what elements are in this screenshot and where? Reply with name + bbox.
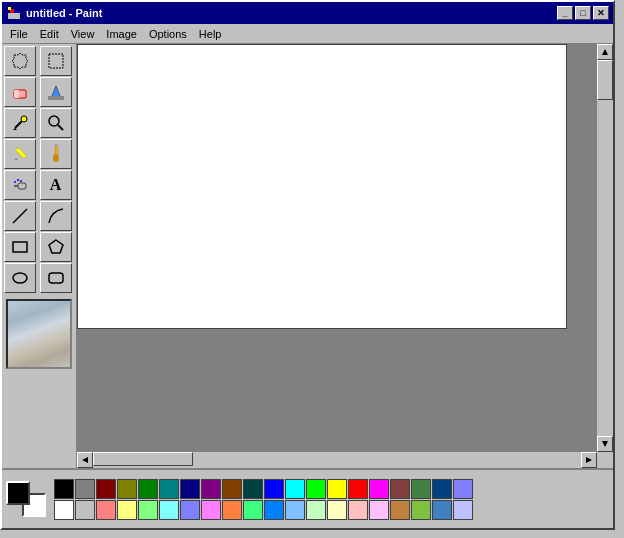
scroll-track-h[interactable] xyxy=(93,452,581,468)
color-swatch-4[interactable] xyxy=(138,479,158,499)
tool-curve[interactable] xyxy=(40,201,72,231)
color-swatch-37[interactable] xyxy=(411,500,431,520)
tool-rounded-rect[interactable] xyxy=(40,263,72,293)
scroll-up-button[interactable] xyxy=(597,44,613,60)
color-swatch-1[interactable] xyxy=(75,479,95,499)
svg-rect-16 xyxy=(55,146,58,155)
color-swatch-18[interactable] xyxy=(432,479,452,499)
color-swatch-19[interactable] xyxy=(453,479,473,499)
menu-image[interactable]: Image xyxy=(100,26,143,42)
svg-marker-26 xyxy=(49,240,63,253)
main-window: untitled - Paint _ □ ✕ File Edit View Im… xyxy=(0,0,615,530)
tool-line[interactable] xyxy=(4,201,36,231)
svg-rect-28 xyxy=(49,273,63,283)
svg-rect-0 xyxy=(8,13,20,19)
color-palette xyxy=(54,479,473,520)
color-swatch-34[interactable] xyxy=(348,500,368,520)
vertical-scrollbar xyxy=(597,44,613,452)
menu-file[interactable]: File xyxy=(4,26,34,42)
scroll-left-button[interactable] xyxy=(77,452,93,468)
tool-dropper[interactable] xyxy=(4,108,36,138)
tool-text[interactable]: A xyxy=(40,170,72,200)
tool-brush[interactable] xyxy=(40,139,72,169)
svg-marker-15 xyxy=(14,158,18,160)
svg-marker-31 xyxy=(82,457,88,463)
color-swatch-21[interactable] xyxy=(75,500,95,520)
horizontal-scrollbar xyxy=(77,452,597,468)
color-swatch-26[interactable] xyxy=(180,500,200,520)
color-swatch-27[interactable] xyxy=(201,500,221,520)
color-swatch-12[interactable] xyxy=(306,479,326,499)
color-swatch-22[interactable] xyxy=(96,500,116,520)
drawing-canvas[interactable] xyxy=(77,44,567,329)
canvas-wrapper xyxy=(77,44,613,468)
menu-edit[interactable]: Edit xyxy=(34,26,65,42)
svg-point-23 xyxy=(20,180,22,182)
close-button[interactable]: ✕ xyxy=(593,6,609,20)
color-swatch-8[interactable] xyxy=(222,479,242,499)
color-swatch-6[interactable] xyxy=(180,479,200,499)
scroll-down-button[interactable] xyxy=(597,436,613,452)
color-swatch-9[interactable] xyxy=(243,479,263,499)
tool-magnify[interactable] xyxy=(40,108,72,138)
color-swatch-31[interactable] xyxy=(285,500,305,520)
tool-free-select[interactable] xyxy=(4,46,36,76)
color-swatch-38[interactable] xyxy=(432,500,452,520)
scroll-right-button[interactable] xyxy=(581,452,597,468)
svg-rect-5 xyxy=(49,54,63,68)
color-swatch-13[interactable] xyxy=(327,479,347,499)
tool-eraser[interactable] xyxy=(4,77,36,107)
foreground-color-box[interactable] xyxy=(6,481,30,505)
color-swatch-25[interactable] xyxy=(159,500,179,520)
color-swatch-28[interactable] xyxy=(222,500,242,520)
color-swatch-36[interactable] xyxy=(390,500,410,520)
color-swatch-33[interactable] xyxy=(327,500,347,520)
color-swatch-17[interactable] xyxy=(411,479,431,499)
scroll-thumb-h[interactable] xyxy=(93,452,193,466)
tool-rect-select[interactable] xyxy=(40,46,72,76)
svg-marker-29 xyxy=(602,49,608,55)
menu-bar: File Edit View Image Options Help xyxy=(2,24,613,44)
color-swatch-11[interactable] xyxy=(285,479,305,499)
tool-polygon[interactable] xyxy=(40,232,72,262)
color-swatch-30[interactable] xyxy=(264,500,284,520)
color-swatch-2[interactable] xyxy=(96,479,116,499)
inner-canvas xyxy=(77,44,597,452)
tool-pencil[interactable] xyxy=(4,139,36,169)
tool-rectangle[interactable] xyxy=(4,232,36,262)
maximize-button[interactable]: □ xyxy=(575,6,591,20)
minimize-button[interactable]: _ xyxy=(557,6,573,20)
title-bar: untitled - Paint _ □ ✕ xyxy=(2,2,613,24)
app-icon xyxy=(6,5,22,21)
tool-ellipse[interactable] xyxy=(4,263,36,293)
color-swatch-0[interactable] xyxy=(54,479,74,499)
color-swatch-14[interactable] xyxy=(348,479,368,499)
color-swatch-39[interactable] xyxy=(453,500,473,520)
color-swatch-23[interactable] xyxy=(117,500,137,520)
scroll-thumb-v[interactable] xyxy=(597,60,613,100)
scroll-track-v[interactable] xyxy=(597,60,613,436)
svg-point-27 xyxy=(13,273,27,283)
tool-fill[interactable] xyxy=(40,77,72,107)
color-swatch-32[interactable] xyxy=(306,500,326,520)
color-swatch-24[interactable] xyxy=(138,500,158,520)
color-swatch-20[interactable] xyxy=(54,500,74,520)
color-swatch-5[interactable] xyxy=(159,479,179,499)
color-swatch-15[interactable] xyxy=(369,479,389,499)
svg-rect-19 xyxy=(18,183,26,189)
color-swatch-16[interactable] xyxy=(390,479,410,499)
svg-rect-14 xyxy=(15,147,26,158)
color-swatch-7[interactable] xyxy=(201,479,221,499)
svg-marker-30 xyxy=(602,441,608,447)
menu-help[interactable]: Help xyxy=(193,26,228,42)
color-swatch-29[interactable] xyxy=(243,500,263,520)
menu-view[interactable]: View xyxy=(65,26,101,42)
tool-airbrush[interactable] xyxy=(4,170,36,200)
color-swatch-35[interactable] xyxy=(369,500,389,520)
svg-point-12 xyxy=(49,116,59,126)
color-swatch-3[interactable] xyxy=(117,479,137,499)
bottom-bar xyxy=(2,468,613,528)
color-swatch-10[interactable] xyxy=(264,479,284,499)
menu-options[interactable]: Options xyxy=(143,26,193,42)
svg-marker-32 xyxy=(586,457,592,463)
